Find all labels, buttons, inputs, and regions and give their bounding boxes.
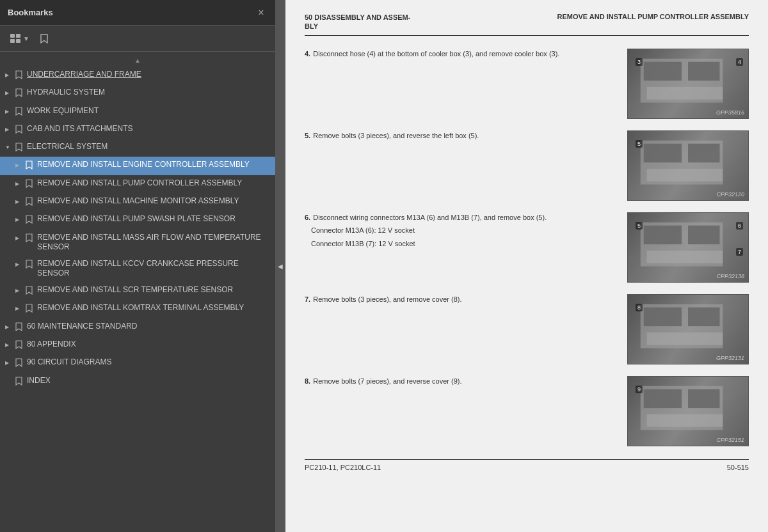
sidebar-item-mass-air[interactable]: REMOVE AND INSTALL MASS AIR FLOW AND TEM… (0, 230, 275, 256)
step-section-step6: 6.Disconnect wiring connectors M13A (6) … (305, 212, 749, 283)
bookmark-label-pump-swash: REMOVE AND INSTALL PUMP SWASH PLATE SENS… (37, 214, 270, 224)
image-label-step6-0: 5 (636, 222, 643, 230)
bookmark-label-cab: CAB AND ITS ATTACHMENTS (27, 124, 270, 134)
bookmark-label-engine-ctrl: REMOVE AND INSTALL ENGINE CONTROLLER ASS… (37, 160, 270, 170)
bookmark-icon-work-equipment (15, 106, 24, 118)
chevron-icon-electrical (5, 142, 13, 151)
step-description-step7: Remove bolts (3 pieces), and remove cove… (313, 295, 461, 303)
step-paragraph-step8: 8.Remove bolts (7 pieces), and reverse c… (305, 376, 618, 387)
svg-rect-3 (16, 39, 20, 43)
svg-rect-1 (16, 34, 20, 38)
sidebar-item-pump-swash[interactable]: REMOVE AND INSTALL PUMP SWASH PLATE SENS… (0, 211, 275, 229)
image-code-step5: CPP32120 (716, 191, 744, 198)
image-label-step7-0: 8 (636, 304, 643, 311)
bookmark-label-komtrax: REMOVE AND INSTALL KOMTRAX TERMINAL ASSE… (37, 303, 270, 313)
step-paragraph-step4: 4.Disconnect hose (4) at the bottom of c… (305, 49, 618, 59)
chevron-icon-work-equipment (5, 106, 13, 115)
page-header-right: REMOVE AND INSTALL PUMP CONTROLLER ASSEM… (557, 13, 749, 20)
bookmark-button[interactable] (37, 31, 51, 46)
bookmark-label-undercarriage: UNDERCARRIAGE AND FRAME (27, 70, 270, 80)
image-label-step8-0: 9 (636, 386, 643, 393)
step-number-step8: 8. (305, 377, 310, 385)
bookmark-icon-cab (15, 124, 24, 136)
bookmark-label-kccv: REMOVE AND INSTALL KCCV CRANKCASE PRESSU… (37, 259, 270, 279)
sidebar-item-machine-monitor[interactable]: REMOVE AND INSTALL MACHINE MONITOR ASSEM… (0, 193, 275, 211)
chevron-icon-kccv (15, 259, 23, 268)
sidebar-item-scr-temp[interactable]: REMOVE AND INSTALL SCR TEMPERATURE SENSO… (0, 282, 275, 300)
sub-text-step6-0: Connector M13A (6): 12 V socket (305, 225, 618, 236)
sidebar-item-work-equipment[interactable]: WORK EQUIPMENT (0, 103, 275, 121)
sidebar-item-kccv[interactable]: REMOVE AND INSTALL KCCV CRANKCASE PRESSU… (0, 256, 275, 282)
bookmark-label-pump-ctrl: REMOVE AND INSTALL PUMP CONTROLLER ASSEM… (37, 178, 270, 189)
sidebar-item-engine-ctrl[interactable]: REMOVE AND INSTALL ENGINE CONTROLLER ASS… (0, 157, 275, 175)
bookmark-icon-scr-temp (26, 285, 35, 297)
step-section-step4: 4.Disconnect hose (4) at the bottom of c… (305, 49, 749, 119)
sidebar-item-undercarriage[interactable]: UNDERCARRIAGE AND FRAME (0, 66, 275, 84)
bookmark-icon-hydraulic (15, 88, 24, 99)
sidebar-item-circuit[interactable]: 90 CIRCUIT DIAGRAMS (0, 354, 275, 372)
bookmark-label-electrical: ELECTRICAL SYSTEM (27, 142, 270, 152)
sidebar-item-cab[interactable]: CAB AND ITS ATTACHMENTS (0, 121, 275, 139)
sidebar-item-appendix[interactable]: 80 APPENDIX (0, 336, 275, 354)
sidebar-item-electrical[interactable]: ELECTRICAL SYSTEM (0, 139, 275, 157)
sub-text-step6-1: Connector M13B (7): 12 V socket (305, 239, 618, 249)
chevron-icon-scr-temp (15, 285, 23, 294)
image-label-step6-1: 6 (736, 222, 743, 230)
image-label-step4-1: 4 (736, 58, 743, 66)
step-section-step8: 8.Remove bolts (7 pieces), and reverse c… (305, 376, 749, 446)
chevron-icon-maintenance (5, 322, 13, 331)
sidebar: Bookmarks × ▼ ▲ UNDERCARRIAGE AND FRAMEH… (0, 0, 275, 532)
step-description-step6: Disconnect wiring connectors M13A (6) an… (313, 214, 547, 221)
chevron-icon-komtrax (15, 303, 23, 312)
sidebar-item-komtrax[interactable]: REMOVE AND INSTALL KOMTRAX TERMINAL ASSE… (0, 300, 275, 318)
step-image-canvas-step4 (628, 49, 748, 118)
main-content: 50 DISASSEMBLY AND ASSEM- BLY REMOVE AND… (285, 0, 768, 532)
image-label-step4-0: 3 (636, 58, 643, 66)
sidebar-item-index[interactable]: INDEX (0, 373, 275, 391)
step-image-canvas-step6 (628, 213, 748, 282)
step-image-step4: 34GPP35816 (627, 49, 749, 119)
step-image-step7: 8GPP32131 (627, 294, 749, 364)
bookmark-label-hydraulic: HYDRAULIC SYSTEM (27, 88, 270, 98)
step-paragraph-step5: 5.Remove bolts (3 pieces), and reverse t… (305, 130, 618, 141)
step-number-step6: 6. (305, 214, 310, 221)
bookmark-label-circuit: 90 CIRCUIT DIAGRAMS (27, 357, 270, 368)
step-section-step7: 7.Remove bolts (3 pieces), and remove co… (305, 294, 749, 364)
sidebar-item-maintenance[interactable]: 60 MAINTENANCE STANDARD (0, 318, 275, 336)
bookmark-icon-mass-air (26, 233, 35, 244)
step-image-step8: 9CPP32151 (627, 376, 749, 446)
step-section-step5: 5.Remove bolts (3 pieces), and reverse t… (305, 130, 749, 201)
bookmark-icon-pump-ctrl (26, 178, 35, 190)
bookmark-icon-index (15, 376, 24, 387)
step-text-step8: 8.Remove bolts (7 pieces), and reverse c… (305, 376, 618, 387)
page-header: 50 DISASSEMBLY AND ASSEM- BLY REMOVE AND… (305, 13, 749, 36)
chevron-icon-undercarriage (5, 70, 13, 79)
step-description-step5: Remove bolts (3 pieces), and reverse the… (313, 132, 479, 139)
steps-container: 4.Disconnect hose (4) at the bottom of c… (305, 49, 749, 446)
sidebar-item-pump-ctrl[interactable]: REMOVE AND INSTALL PUMP CONTROLLER ASSEM… (0, 175, 275, 193)
image-code-step6: CPP32138 (716, 273, 744, 279)
page-footer: PC210-11, PC210LC-11 50-515 (305, 459, 749, 471)
step-text-step4: 4.Disconnect hose (4) at the bottom of c… (305, 49, 618, 59)
view-toggle-button[interactable]: ▼ (8, 31, 32, 45)
step-image-step5: 5CPP32120 (627, 130, 749, 201)
sidebar-item-hydraulic[interactable]: HYDRAULIC SYSTEM (0, 84, 275, 102)
bookmark-icon-komtrax (26, 303, 35, 315)
collapse-panel[interactable]: ◀ (275, 0, 285, 532)
footer-page: 50-515 (727, 464, 749, 471)
bookmark-icon-electrical (15, 142, 24, 153)
step-description-step4: Disconnect hose (4) at the bottom of coo… (313, 50, 559, 58)
chevron-icon-index (5, 376, 13, 385)
footer-model: PC210-11, PC210LC-11 (305, 464, 381, 471)
bookmark-label-scr-temp: REMOVE AND INSTALL SCR TEMPERATURE SENSO… (37, 285, 270, 295)
image-label-step5-0: 5 (636, 140, 643, 148)
chevron-icon-engine-ctrl (15, 160, 23, 169)
bookmark-label-work-equipment: WORK EQUIPMENT (27, 106, 270, 116)
step-number-step5: 5. (305, 132, 310, 139)
step-paragraph-step6: 6.Disconnect wiring connectors M13A (6) … (305, 212, 618, 223)
chevron-icon-hydraulic (5, 88, 13, 97)
step-description-step8: Remove bolts (7 pieces), and reverse cov… (313, 377, 461, 385)
step-number-step7: 7. (305, 295, 310, 303)
close-button[interactable]: × (255, 6, 268, 19)
chevron-icon-pump-ctrl (15, 178, 23, 187)
